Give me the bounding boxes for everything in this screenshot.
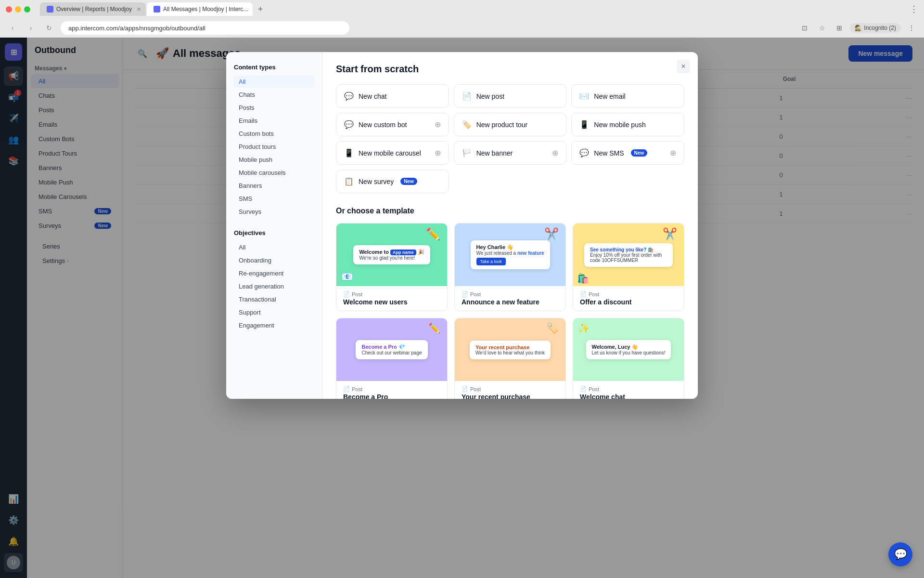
refresh-btn[interactable]: ↻ [42,21,56,35]
modal-sidebar-item-custom-bots[interactable]: Custom bots [234,128,314,140]
carousel-icon: 📱 [344,148,354,158]
template-become-pro[interactable]: ✏️ Become a Pro 💎 Check out our webinar … [336,318,448,399]
template-info-2: 📄 Post Announce a new feature [455,286,565,311]
template-preview-5: 🏷️ Your recent purchase We'd love to hea… [455,318,565,381]
survey-new-badge: New [400,178,417,185]
survey-icon: 📋 [344,177,354,186]
bookmark-icon[interactable]: ☆ [815,21,829,35]
new-mobile-push-card[interactable]: 📱 New mobile push [571,113,684,136]
deco-pencil-2-icon: ✏️ [428,322,440,334]
preview-title-3: See something you like? 🛍️ [590,247,667,252]
new-banner-label: New banner [476,149,513,157]
new-product-tour-label: New product tour [476,121,528,129]
menu-icon[interactable]: ⋮ [905,21,918,35]
modal-sidebar-item-surveys[interactable]: Surveys [234,206,314,218]
close-window-btn[interactable] [6,6,12,13]
new-banner-card[interactable]: 🏳️ New banner ⊕ [454,141,567,165]
preview-text-3: Enjoy 10% off your first order with code… [590,252,667,263]
template-preview-1: ✏️ 📧 Welcome to App name 🎉 We're so glad… [336,223,447,286]
modal-sidebar-item-posts[interactable]: Posts [234,102,314,114]
chat-support-bubble[interactable]: 💬 [888,542,912,566]
incognito-badge[interactable]: 🕵 Incognito (2) [850,23,901,33]
deco-email-icon: 📧 [341,271,353,282]
incognito-icon: 🕵 [855,25,862,31]
new-chat-label: New chat [359,92,386,100]
new-tab-btn[interactable]: + [254,2,267,16]
preview-text-5: We'd love to hear what you think [475,350,545,355]
modal-dialog: Content types All Chats Posts Emails Cus… [226,52,698,399]
modal-sidebar-obj-lead-gen[interactable]: Lead generation [234,280,314,292]
new-product-tour-card[interactable]: 🏷️ New product tour [454,113,567,136]
modal-sidebar-item-banners[interactable]: Banners [234,180,314,192]
browser-tab-1[interactable]: Overview | Reports | Moodjoy ✕ [40,2,146,16]
template-info-5: 📄 Post Your recent purchase [455,381,565,399]
objectives-title: Objectives [234,229,314,236]
template-preview-3: ✂️ 🛍️ See something you like? 🛍️ Enjoy 1… [573,223,684,286]
preview-title-2: Hey Charlie 👋 [476,244,544,250]
modal-sidebar-item-mobile-push[interactable]: Mobile push [234,154,314,166]
new-survey-card[interactable]: 📋 New survey New [336,170,449,193]
new-sms-label: New SMS [594,149,624,157]
new-chat-card[interactable]: 💬 New chat [336,84,449,108]
minimize-window-btn[interactable] [15,6,21,13]
template-type-label-1: Post [352,291,362,297]
cast-icon[interactable]: ⊡ [798,21,811,35]
modal-sidebar-item-emails[interactable]: Emails [234,115,314,127]
template-name-6: Welcome chat [580,393,677,399]
modal-sidebar-obj-transactional[interactable]: Transactional [234,293,314,305]
template-name-3: Offer a discount [580,298,677,306]
modal-sidebar-item-all[interactable]: All [234,76,314,88]
sms-icon: 💬 [579,148,589,158]
preview-text-1: We're so glad you're here! [359,255,424,261]
tab-close-1[interactable]: ✕ [137,6,141,13]
preview-bubble-1: Welcome to App name 🎉 We're so glad you'… [353,245,430,264]
deco-star-icon: ✨ [578,322,590,334]
sms-new-badge: New [631,149,648,157]
sms-plus-icon: ⊕ [670,148,676,158]
modal-close-btn[interactable]: × [677,60,690,73]
maximize-window-btn[interactable] [24,6,30,13]
new-feature-link: new feature [517,250,544,256]
content-type-grid: 💬 New chat 📄 New post ✉️ New email 💬 New… [336,84,684,193]
modal-sidebar-obj-onboarding[interactable]: Onboarding [234,254,314,266]
modal-sidebar-obj-reengagement[interactable]: Re-engagement [234,267,314,279]
address-bar[interactable] [61,21,349,35]
extension-icon[interactable]: ⊞ [833,21,846,35]
back-btn[interactable]: ‹ [6,21,19,35]
new-email-card[interactable]: ✉️ New email [571,84,684,108]
new-custom-bot-card[interactable]: 💬 New custom bot ⊕ [336,113,449,136]
modal-title: Start from scratch [336,64,684,75]
more-windows-icon[interactable]: ⋮ [910,4,918,14]
new-post-card[interactable]: 📄 New post [454,84,567,108]
modal-sidebar-item-chats[interactable]: Chats [234,89,314,101]
new-mobile-carousel-card[interactable]: 📱 New mobile carousel ⊕ [336,141,449,165]
template-welcome-chat[interactable]: ✨ Welcome, Lucy 👋 Let us know if you hav… [573,318,684,399]
template-announce-feature[interactable]: ✂️ Hey Charlie 👋 We just released a new … [454,223,566,311]
banner-icon: 🏳️ [462,148,472,158]
new-sms-card[interactable]: 💬 New SMS New ⊕ [571,141,684,165]
bot-icon: 💬 [344,120,354,129]
new-mobile-carousel-label: New mobile carousel [359,149,421,157]
template-info-6: 📄 Post Welcome chat [573,381,684,399]
browser-tab-2[interactable]: All Messages | Moodjoy | Interc... ✕ [147,2,253,16]
modal-sidebar-obj-engagement[interactable]: Engagement [234,319,314,331]
modal-sidebar-obj-all[interactable]: All [234,241,314,253]
modal-sidebar-item-mobile-carousels[interactable]: Mobile carousels [234,167,314,179]
take-look-btn: Take a look [476,258,506,265]
post-type-icon-2: 📄 [462,291,468,297]
modal-overlay[interactable]: Content types All Chats Posts Emails Cus… [0,38,924,578]
modal-sidebar-obj-support[interactable]: Support [234,306,314,318]
forward-btn[interactable]: › [24,21,38,35]
modal-sidebar-item-sms[interactable]: SMS [234,193,314,205]
tab-favicon-1 [47,6,53,13]
template-name-1: Welcome new users [343,298,440,306]
template-name-5: Your recent purchase [462,393,559,399]
app-name-chip: App name [390,250,416,255]
template-welcome-users[interactable]: ✏️ 📧 Welcome to App name 🎉 We're so glad… [336,223,448,311]
modal-main: × Start from scratch 💬 New chat 📄 New po… [322,52,698,399]
modal-sidebar-item-product-tours[interactable]: Product tours [234,141,314,153]
template-recent-purchase[interactable]: 🏷️ Your recent purchase We'd love to hea… [454,318,566,399]
template-preview-4: ✏️ Become a Pro 💎 Check out our webinar … [336,318,447,381]
template-offer-discount[interactable]: ✂️ 🛍️ See something you like? 🛍️ Enjoy 1… [573,223,684,311]
template-name-4: Become a Pro [343,393,440,399]
